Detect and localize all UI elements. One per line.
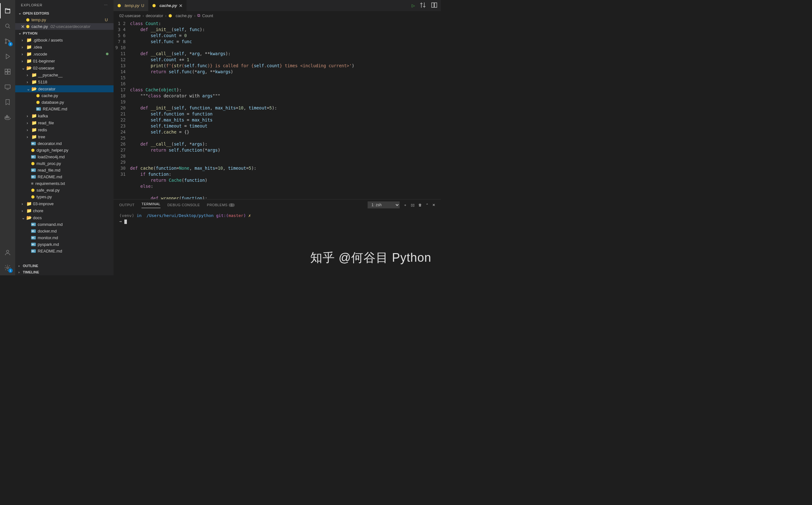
tree-item[interactable]: ⬢multi_proc.py xyxy=(15,160,114,167)
tree-item[interactable]: ⬢database.py xyxy=(15,99,114,106)
tree-item[interactable]: ›📁.vscode xyxy=(15,50,114,57)
more-icon[interactable]: ⋯ xyxy=(104,3,108,7)
svg-point-14 xyxy=(7,267,9,269)
project-header[interactable]: ⌄PYTHON xyxy=(15,30,114,36)
debug-console-tab[interactable]: DEBUG CONSOLE xyxy=(168,203,200,207)
tree-item[interactable]: ⬢dgraph_helper.py xyxy=(15,147,114,154)
maximize-panel-icon[interactable]: ⌃ xyxy=(426,203,428,207)
tree-item[interactable]: M↓docker.md xyxy=(15,228,114,234)
remote-icon[interactable] xyxy=(0,79,15,95)
tree-item[interactable]: ›📁.idea xyxy=(15,43,114,50)
tree-item[interactable]: ⬢safe_eval.py xyxy=(15,187,114,193)
tree-item[interactable]: ›📁01-beginner xyxy=(15,57,114,64)
tree-item[interactable]: ›📁.gitbook / assets xyxy=(15,36,114,43)
new-terminal-icon[interactable]: ＋ xyxy=(403,203,407,207)
tree-item[interactable]: ⌄📂decorator xyxy=(15,85,114,92)
explorer-icon[interactable] xyxy=(0,3,15,18)
tree-item[interactable]: ≡requirements.txt xyxy=(15,180,114,187)
tree-item[interactable]: ›📁kafka xyxy=(15,112,114,119)
svg-rect-6 xyxy=(5,72,7,74)
open-editor-item[interactable]: ⬢temp.pyU xyxy=(15,16,114,23)
tree-item[interactable]: ›📁03-improve xyxy=(15,200,114,207)
run-icon[interactable]: ▷ xyxy=(412,3,415,8)
svg-rect-16 xyxy=(435,3,437,8)
svg-rect-10 xyxy=(6,117,8,118)
open-editor-item[interactable]: ✕⬢cache.py02-usecase/decorator xyxy=(15,23,114,30)
svg-rect-4 xyxy=(5,69,7,71)
tree-item[interactable]: M↓README.md xyxy=(15,248,114,255)
svg-rect-11 xyxy=(8,117,9,118)
tree-item[interactable]: ›📁tree xyxy=(15,133,114,140)
code-editor[interactable]: 1 2 3 4 5 6 7 8 9 10 11 12 13 14 15 16 1… xyxy=(114,20,441,199)
terminal-selector[interactable]: 1: zsh xyxy=(368,201,400,208)
open-editors-header[interactable]: ⌄OPEN EDITORS xyxy=(15,10,114,16)
trash-icon[interactable]: 🗑 xyxy=(418,203,422,207)
close-icon[interactable]: ✕ xyxy=(179,3,183,8)
svg-point-13 xyxy=(6,250,9,252)
output-tab[interactable]: OUTPUT xyxy=(119,203,135,207)
svg-rect-8 xyxy=(5,85,10,89)
settings-icon[interactable]: 1 xyxy=(0,260,15,275)
tree-item[interactable]: M↓load2neo4j.md xyxy=(15,154,114,160)
scm-icon[interactable]: 3 xyxy=(0,34,15,49)
debug-icon[interactable] xyxy=(0,49,15,64)
tree-item[interactable]: ›📁read_file xyxy=(15,119,114,126)
split-terminal-icon[interactable]: ▯▯ xyxy=(411,203,415,207)
terminal-body[interactable]: (venv) in /Users/herui/Desktop/python gi… xyxy=(114,210,441,275)
svg-rect-12 xyxy=(6,116,8,117)
svg-rect-15 xyxy=(432,3,434,8)
editor-tab[interactable]: ⬢cache.py✕ xyxy=(149,0,187,11)
tab-bar: ⬢temp.pyU⬢cache.py✕ ▷ xyxy=(114,0,441,11)
tree-item[interactable]: M↓command.md xyxy=(15,221,114,228)
tree-item[interactable]: ⬢cache.py xyxy=(15,92,114,99)
svg-rect-5 xyxy=(8,69,10,71)
tree-item[interactable]: ⬢types.py xyxy=(15,193,114,200)
extensions-icon[interactable] xyxy=(0,64,15,79)
search-icon[interactable] xyxy=(0,18,15,34)
tree-item[interactable]: M↓decorator.md xyxy=(15,140,114,147)
editor-tab[interactable]: ⬢temp.pyU xyxy=(114,0,149,11)
tree-item[interactable]: M↓monitor.md xyxy=(15,234,114,241)
diff-icon[interactable] xyxy=(419,2,426,9)
settings-badge: 1 xyxy=(8,268,13,273)
close-panel-icon[interactable]: ✕ xyxy=(432,203,435,207)
problems-tab[interactable]: PROBLEMS1 xyxy=(207,203,234,207)
tree-item[interactable]: M↓README.md xyxy=(15,106,114,112)
svg-rect-9 xyxy=(5,117,6,118)
tree-item[interactable]: M↓read_file.md xyxy=(15,167,114,174)
tree-item[interactable]: M↓README.md xyxy=(15,174,114,180)
outline-header[interactable]: ›OUTLINE xyxy=(15,263,114,269)
svg-rect-7 xyxy=(8,72,10,74)
svg-point-0 xyxy=(6,24,9,28)
tree-item[interactable]: ›📁5118 xyxy=(15,78,114,85)
activity-bar: 3 1 xyxy=(0,0,15,275)
split-icon[interactable] xyxy=(431,2,438,9)
panel: OUTPUT TERMINAL DEBUG CONSOLE PROBLEMS1 … xyxy=(114,199,441,275)
scm-badge: 3 xyxy=(8,42,13,46)
tree-item[interactable]: ›📁chore xyxy=(15,207,114,214)
terminal-tab[interactable]: TERMINAL xyxy=(142,202,161,208)
account-icon[interactable] xyxy=(0,245,15,260)
svg-point-2 xyxy=(5,42,6,43)
tree-item[interactable]: ⌄📂02-usecase xyxy=(15,64,114,71)
explorer-title: EXPLORER⋯ xyxy=(15,0,114,10)
tree-item[interactable]: ›📁__pycache__ xyxy=(15,71,114,78)
bookmark-icon[interactable] xyxy=(0,95,15,110)
tree-item[interactable]: M↓pyspark.md xyxy=(15,241,114,248)
docker-icon[interactable] xyxy=(0,110,15,125)
svg-point-1 xyxy=(5,39,6,40)
tree-item[interactable]: ›📁redis xyxy=(15,126,114,133)
timeline-header[interactable]: ›TIMELINE xyxy=(15,269,114,275)
tree-item[interactable]: ⌄📂docs xyxy=(15,214,114,221)
breadcrumbs[interactable]: 02-usecase› decorator› ⬢cache.py› ⧉ Coun… xyxy=(114,11,441,20)
explorer-sidebar: EXPLORER⋯ ⌄OPEN EDITORS ⬢temp.pyU✕⬢cache… xyxy=(15,0,114,275)
close-icon[interactable]: ✕ xyxy=(21,24,25,29)
editor-area: ⬢temp.pyU⬢cache.py✕ ▷ 02-usecase› decora… xyxy=(114,0,441,275)
